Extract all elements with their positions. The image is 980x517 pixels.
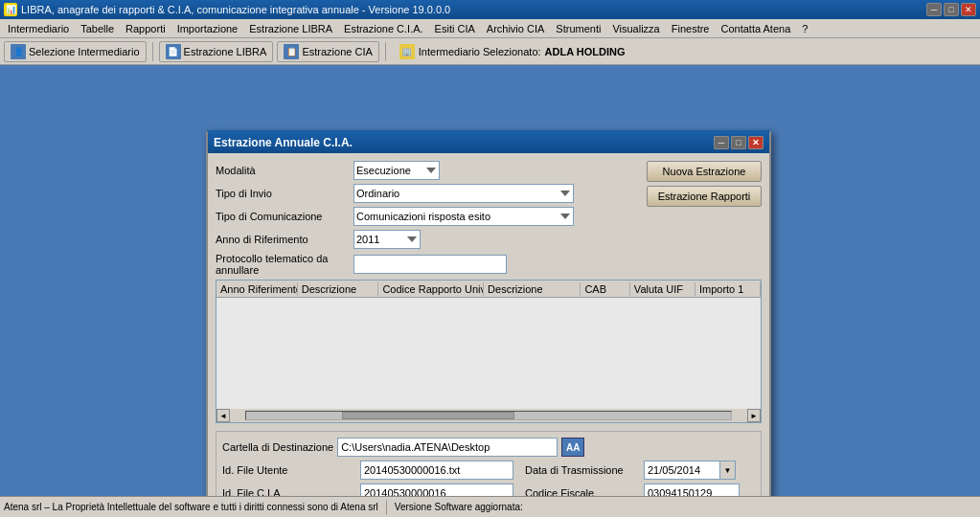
- modal-title-bar: Estrazione Annuale C.I.A. ─ □ ✕: [208, 132, 769, 153]
- data-grid: Anno Riferimento Descrizione Codice Rapp…: [216, 280, 762, 423]
- tipo-invio-select[interactable]: Ordinario: [353, 184, 574, 203]
- tipo-invio-label: Tipo di Invio: [216, 188, 350, 199]
- browse-button[interactable]: AA: [561, 438, 584, 457]
- anno-riferimento-row: Anno di Riferimento 2011: [216, 230, 762, 249]
- id-file-utente-label: Id. File Utente: [222, 464, 356, 476]
- app-icon: 📊: [4, 3, 17, 16]
- col-cab: CAB: [581, 282, 629, 296]
- menu-help[interactable]: ?: [796, 19, 813, 37]
- form-section: Modalità Esecuzione Tipo di Invio Ordina…: [216, 161, 762, 276]
- menu-estrazione-cia[interactable]: Estrazione C.I.A.: [338, 19, 429, 37]
- menu-strumenti[interactable]: Strumenti: [550, 19, 606, 37]
- grid-body: [217, 298, 761, 422]
- menu-finestre[interactable]: Finestre: [666, 19, 716, 37]
- grid-header: Anno Riferimento Descrizione Codice Rapp…: [217, 281, 761, 298]
- estrazione-rapporti-button[interactable]: Estrazione Rapporti: [647, 186, 762, 207]
- modal-dialog: Estrazione Annuale C.I.A. ─ □ ✕ Modalità…: [206, 130, 771, 517]
- col-anno-riferimento: Anno Riferimento: [217, 282, 298, 296]
- browse-icon: AA: [566, 442, 580, 453]
- id-file-utente-input[interactable]: [360, 461, 513, 480]
- menu-importazione[interactable]: Importazione: [171, 19, 244, 37]
- estrazione-libra-button[interactable]: 📄 Estrazione LIBRA: [159, 41, 274, 62]
- protocollo-row: Protocollo telematico da annullare: [216, 253, 762, 276]
- menu-contatta-atena[interactable]: Contatta Atena: [715, 19, 796, 37]
- modal-restore-btn[interactable]: □: [731, 136, 746, 149]
- cartella-input[interactable]: [337, 438, 558, 457]
- close-btn[interactable]: ✕: [961, 3, 976, 16]
- modal-title: Estrazione Annuale C.I.A.: [214, 136, 353, 149]
- extract-icon: 📄: [166, 44, 181, 59]
- estrazione-libra-label: Estrazione LIBRA: [184, 46, 267, 57]
- window-controls: ─ □ ✕: [926, 3, 976, 16]
- id-file-row: Id. File Utente Data di Trasmissione ▼: [222, 461, 755, 480]
- selezione-intermediario-label: Selezione Intermediario: [29, 46, 140, 57]
- action-buttons: Nuova Estrazione Estrazione Rapporti: [647, 161, 762, 207]
- tipo-comunicazione-row: Tipo di Comunicazione Comunicazioni risp…: [216, 207, 762, 226]
- main-area: Estrazione Annuale C.I.A. ─ □ ✕ Modalità…: [0, 65, 980, 506]
- intermediario-info: 🏢 Intermediario Selezionato: ADLA HOLDIN…: [399, 44, 626, 59]
- horizontal-scrollbar[interactable]: ◄ ►: [217, 409, 761, 422]
- taskbar: Atena srl – La Proprietà Intellettuale d…: [0, 496, 980, 517]
- col-codice-rapporto: Codice Rapporto Univoco ▲: [378, 282, 484, 296]
- tipo-comunicazione-select[interactable]: Comunicazioni risposta esito: [353, 207, 574, 226]
- title-bar: 📊 LIBRA, anagrafe dei rapporti & C.I.A, …: [0, 0, 980, 19]
- intermediario-icon: 🏢: [399, 44, 415, 59]
- menu-intermediario[interactable]: Intermediario: [2, 19, 75, 37]
- data-trasmissione-label: Data di Trasmissione: [525, 464, 640, 476]
- col-descrizione-1: Descrizione: [298, 282, 379, 296]
- menu-tabelle[interactable]: Tabelle: [75, 19, 120, 37]
- extract-cia-icon: 📋: [284, 44, 299, 59]
- col-descrizione-2: Descrizione: [484, 282, 581, 296]
- menu-archivio-cia[interactable]: Archivio CIA: [481, 19, 551, 37]
- scrollbar-track[interactable]: [245, 411, 732, 420]
- modal-minimize-btn[interactable]: ─: [714, 136, 729, 149]
- data-trasmissione-container: ▼: [644, 461, 736, 480]
- anno-riferimento-label: Anno di Riferimento: [216, 234, 350, 245]
- menu-visualizza[interactable]: Visualizza: [606, 19, 665, 37]
- scroll-left-arrow[interactable]: ◄: [217, 409, 230, 422]
- nuova-estrazione-button[interactable]: Nuova Estrazione: [647, 161, 762, 182]
- scrollbar-thumb[interactable]: [342, 412, 514, 419]
- modal-controls: ─ □ ✕: [714, 136, 763, 149]
- menu-bar: Intermediario Tabelle Rapporti Importazi…: [0, 19, 980, 38]
- toolbar: 👤 Selezione Intermediario 📄 Estrazione L…: [0, 38, 980, 65]
- minimize-btn[interactable]: ─: [926, 3, 942, 16]
- intermediario-value: ADLA HOLDING: [545, 46, 626, 57]
- cartella-row: Cartella di Destinazione AA: [222, 438, 755, 457]
- menu-esiti-cia[interactable]: Esiti CIA: [429, 19, 481, 37]
- modal-close-btn[interactable]: ✕: [748, 136, 763, 149]
- toolbar-separator-1: [152, 42, 153, 61]
- anno-riferimento-select[interactable]: 2011: [353, 230, 421, 249]
- estrazione-cia-label: Estrazione CIA: [302, 46, 372, 57]
- scroll-right-arrow[interactable]: ►: [747, 409, 761, 422]
- col-valuta-uif: Valuta UIF: [630, 282, 695, 296]
- taskbar-divider: [386, 500, 387, 515]
- selezione-intermediario-button[interactable]: 👤 Selezione Intermediario: [4, 41, 147, 62]
- cartella-label: Cartella di Destinazione: [222, 441, 333, 453]
- col-importo-1: Importo 1: [695, 282, 761, 296]
- protocollo-label: Protocollo telematico da annullare: [216, 253, 350, 276]
- intermediario-label: Intermediario Selezionato:: [419, 46, 541, 57]
- data-trasmissione-input[interactable]: [644, 461, 720, 480]
- menu-rapporti[interactable]: Rapporti: [120, 19, 171, 37]
- protocollo-input[interactable]: [353, 255, 507, 274]
- date-dropdown-arrow[interactable]: ▼: [720, 461, 736, 480]
- modalita-label: Modalità: [216, 165, 350, 176]
- window-title: LIBRA, anagrafe dei rapporti & C.I.A, co…: [21, 4, 450, 15]
- taskbar-left-text: Atena srl – La Proprietà Intellettuale d…: [4, 502, 378, 512]
- tipo-comunicazione-label: Tipo di Comunicazione: [216, 211, 350, 222]
- modalita-select[interactable]: Esecuzione: [353, 161, 440, 180]
- estrazione-cia-button[interactable]: 📋 Estrazione CIA: [277, 41, 378, 62]
- modal-body: Modalità Esecuzione Tipo di Invio Ordina…: [208, 153, 769, 517]
- restore-btn[interactable]: □: [944, 3, 959, 16]
- person-icon: 👤: [11, 44, 26, 59]
- taskbar-right-text: Versione Software aggiornata:: [395, 502, 523, 512]
- menu-estrazione-libra[interactable]: Estrazione LIBRA: [243, 19, 338, 37]
- toolbar-separator-2: [385, 42, 386, 61]
